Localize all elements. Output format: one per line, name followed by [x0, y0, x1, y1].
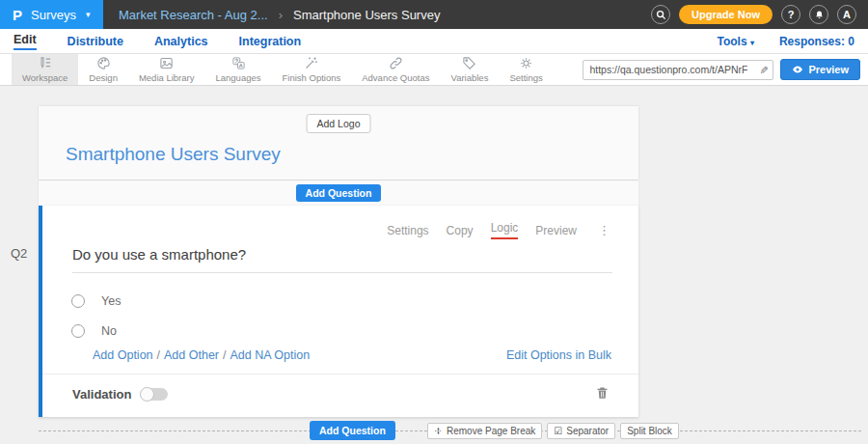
surveys-product-menu[interactable]: P Surveys ▾ — [0, 0, 103, 29]
survey-card: Add Logo Smartphone Users Survey Add Que… — [39, 106, 638, 417]
toolbar-tab-design[interactable]: Design — [78, 54, 128, 85]
add-logo-button[interactable]: Add Logo — [307, 114, 371, 133]
caret-down-icon: ▾ — [86, 10, 91, 19]
question-block: Settings Copy Logic Preview ⋮ Do you use… — [39, 206, 638, 417]
nav-tab-analytics[interactable]: Analytics — [154, 35, 208, 48]
tag-icon — [462, 56, 476, 70]
survey-header: Add Logo Smartphone Users Survey — [39, 106, 638, 180]
toolbar-tab-finish-options[interactable]: Finish Options — [272, 54, 352, 85]
main-nav: Edit Distribute Analytics Integration To… — [0, 29, 868, 54]
toolbar-tab-workspace[interactable]: Workspace — [12, 54, 78, 85]
preview-button[interactable]: Preview — [780, 59, 860, 80]
toolbar-tab-label: Variables — [451, 72, 489, 83]
page-break-controls: Remove Page Break ☑ Separator Split Bloc… — [427, 423, 679, 439]
toolbar-tab-label: Settings — [509, 72, 542, 83]
toolbar-tab-label: Finish Options — [283, 72, 341, 83]
add-na-option-link[interactable]: Add NA Option — [231, 348, 311, 362]
edit-url-pencil-icon[interactable]: ✎ — [757, 60, 770, 79]
question-number: Q2 — [11, 246, 27, 261]
toolbar-tab-label: Design — [89, 72, 118, 83]
languages-icon — [231, 56, 246, 70]
search-button[interactable] — [651, 5, 670, 24]
toolbar-tab-settings[interactable]: Settings — [499, 54, 553, 85]
survey-title[interactable]: Smartphone Users Survey — [66, 144, 281, 165]
toolbar-tab-media-library[interactable]: Media Library — [128, 54, 205, 85]
validation-label: Validation — [72, 387, 131, 402]
breadcrumb-separator-icon: › — [279, 8, 283, 22]
toolbar-tab-languages[interactable]: Languages — [204, 54, 271, 85]
image-icon — [159, 56, 174, 70]
divider — [42, 374, 638, 375]
toolbar-right: ✎ Preview — [583, 54, 868, 85]
avatar[interactable]: A — [837, 5, 856, 24]
responses-count: 0 — [848, 35, 854, 48]
product-name: Surveys — [31, 8, 76, 22]
palette-icon — [96, 56, 111, 70]
help-button[interactable]: ? — [781, 5, 800, 24]
survey-url-box: ✎ — [583, 60, 773, 80]
chain-link-icon — [389, 56, 403, 70]
remove-page-break-button[interactable]: Remove Page Break — [427, 423, 542, 439]
question-tab-copy[interactable]: Copy — [447, 224, 474, 237]
toolbar-tab-label: Languages — [215, 72, 260, 83]
question-tab-preview[interactable]: Preview — [535, 224, 577, 237]
toolbar-tab-variables[interactable]: Variables — [441, 54, 500, 85]
nav-tab-integration[interactable]: Integration — [239, 35, 302, 48]
tools-menu[interactable]: Tools ▾ — [717, 35, 753, 48]
split-block-button[interactable]: Split Block — [620, 423, 679, 439]
option-links: Add Option/Add Other/Add NA Option — [93, 348, 310, 362]
tools-label: Tools — [717, 35, 746, 48]
toolbar-tab-label: Advance Quotas — [362, 72, 429, 83]
questionpro-survey-editor: P Surveys ▾ Market Research - Aug 2... ›… — [0, 0, 868, 444]
add-other-link[interactable]: Add Other — [164, 348, 219, 362]
responses-link[interactable]: Responses: 0 — [779, 35, 854, 48]
trash-icon — [595, 385, 610, 401]
checkbox-checked-icon: ☑ — [554, 426, 562, 436]
responses-label: Responses: — [779, 35, 845, 48]
split-block-label: Split Block — [627, 426, 672, 436]
edit-options-in-bulk-link[interactable]: Edit Options in Bulk — [506, 348, 611, 362]
nav-tab-distribute[interactable]: Distribute — [68, 35, 123, 48]
breadcrumb-folder[interactable]: Market Research - Aug 2... — [119, 8, 268, 22]
add-question-button-top[interactable]: Add Question — [296, 184, 382, 202]
radio-button-no[interactable] — [71, 324, 85, 338]
caret-down-icon: ▾ — [750, 39, 754, 47]
survey-canvas: Q2 Add Logo Smartphone Users Survey Add … — [0, 86, 868, 444]
add-question-strip: Add Question — [39, 180, 638, 206]
breadcrumb: Market Research - Aug 2... › Smartphone … — [119, 8, 440, 22]
link-separator: / — [223, 348, 226, 362]
question-text[interactable]: Do you use a smartphone? — [72, 246, 612, 273]
add-question-button-bottom[interactable]: Add Question — [310, 421, 395, 440]
option-label-no[interactable]: No — [101, 324, 117, 338]
question-tab-settings[interactable]: Settings — [387, 224, 428, 237]
option-links-row: Add Option/Add Other/Add NA Option Edit … — [93, 348, 611, 362]
questionpro-logo: P — [13, 8, 22, 22]
link-separator: / — [157, 348, 160, 362]
toolbar-tab-advance-quotas[interactable]: Advance Quotas — [351, 54, 440, 85]
question-action-tabs: Settings Copy Logic Preview ⋮ — [387, 221, 611, 239]
toolbar-tab-label: Media Library — [139, 72, 195, 83]
radio-button-yes[interactable] — [71, 294, 85, 308]
validation-toggle[interactable] — [141, 388, 168, 401]
upgrade-now-button[interactable]: Upgrade Now — [679, 5, 773, 24]
page-break-icon — [434, 427, 443, 435]
survey-url-input[interactable] — [583, 64, 753, 75]
separator-label: Separator — [566, 426, 609, 436]
toolbar-tabs: Workspace Design Media Library Languages… — [12, 54, 554, 85]
separator-button[interactable]: ☑ Separator — [547, 423, 615, 439]
kebab-menu-icon[interactable]: ⋮ — [598, 223, 611, 237]
bell-icon — [814, 10, 825, 20]
notifications-button[interactable] — [809, 5, 828, 24]
preview-label: Preview — [808, 64, 849, 75]
answer-option-row: No — [71, 324, 117, 338]
magic-wand-icon — [304, 56, 318, 70]
option-label-yes[interactable]: Yes — [101, 294, 121, 308]
nav-items: Edit Distribute Analytics Integration — [14, 33, 301, 50]
toolbar-tab-label: Workspace — [22, 72, 68, 83]
workspace-toolbar: Workspace Design Media Library Languages… — [0, 54, 868, 86]
add-option-link[interactable]: Add Option — [93, 348, 153, 362]
nav-tab-edit[interactable]: Edit — [14, 33, 37, 50]
search-icon — [656, 10, 666, 20]
question-tab-logic[interactable]: Logic — [491, 221, 519, 239]
delete-question-button[interactable] — [595, 385, 610, 404]
